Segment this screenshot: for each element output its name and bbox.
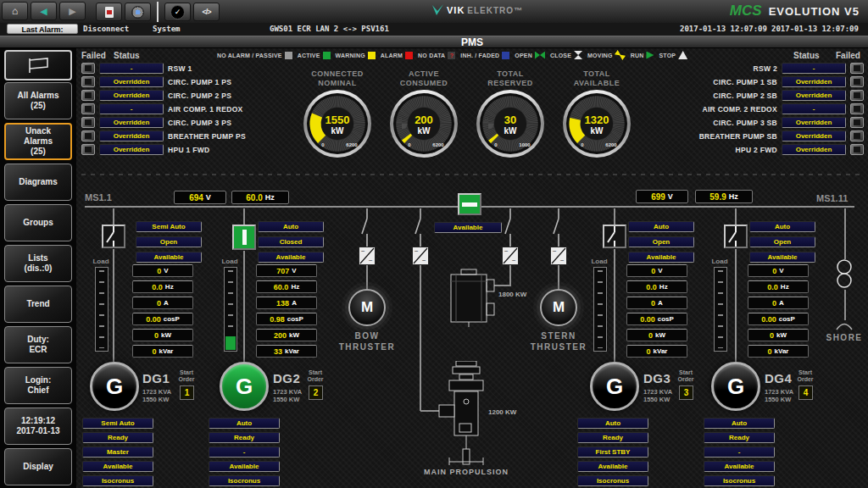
failed-checkbox[interactable] — [850, 144, 864, 155]
sidebar-item[interactable]: Login: Chief — [4, 367, 72, 404]
consumer-status-button[interactable]: Overridden — [782, 144, 846, 155]
consumer-status-button[interactable]: Overridden — [99, 90, 164, 101]
failed-checkbox[interactable] — [81, 103, 95, 114]
consumer-status-button[interactable]: - — [99, 103, 164, 114]
state-button[interactable]: Available — [209, 461, 280, 472]
bow-thruster-motor[interactable]: M — [348, 289, 386, 326]
failed-checkbox[interactable] — [81, 144, 95, 155]
bus-tie-status-button[interactable]: Available — [434, 222, 502, 233]
consumer-status-button[interactable]: - — [782, 103, 846, 114]
shore-transformer-icon[interactable] — [833, 259, 855, 290]
state-button[interactable]: Open — [628, 236, 694, 247]
failed-checkbox[interactable] — [850, 63, 864, 74]
failed-checkbox[interactable] — [850, 103, 864, 114]
dg2-generator-badge[interactable]: G — [220, 362, 269, 411]
state-button[interactable]: Ready — [82, 432, 153, 443]
failed-checkbox[interactable] — [81, 130, 95, 141]
state-button[interactable]: Auto — [258, 221, 324, 232]
failed-checkbox[interactable] — [81, 90, 95, 101]
state-button[interactable]: Auto — [628, 221, 694, 232]
sidebar-item[interactable]: Trend — [4, 286, 72, 323]
propulsion-gear-converter[interactable]: ~~ — [412, 247, 429, 265]
forward-button[interactable]: ▶ — [59, 2, 86, 20]
sidebar-item[interactable]: Unack Alarms (25) — [4, 123, 72, 160]
failed-checkbox[interactable] — [850, 90, 864, 101]
propulsion-motor-disconnect[interactable] — [504, 208, 517, 247]
failed-checkbox[interactable] — [81, 63, 95, 74]
consumer-status-button[interactable]: Overridden — [782, 117, 846, 128]
state-button[interactable]: Auto — [749, 221, 815, 232]
consumer-status-button[interactable]: Overridden — [782, 130, 846, 141]
failed-checkbox[interactable] — [850, 117, 864, 128]
state-button[interactable]: - — [704, 446, 775, 458]
stern-thruster-disconnect[interactable] — [552, 208, 565, 247]
state-button[interactable]: Available — [628, 252, 694, 263]
consumer-status-button[interactable]: Overridden — [99, 76, 164, 87]
state-button[interactable]: Ready — [577, 432, 648, 443]
state-button[interactable]: Available — [136, 252, 202, 263]
state-button[interactable]: Semi Auto — [82, 418, 153, 429]
state-button[interactable]: Available — [704, 461, 775, 472]
state-button[interactable]: Open — [136, 236, 202, 247]
consumer-status-button[interactable]: - — [99, 63, 164, 74]
dg3-breaker[interactable] — [603, 225, 626, 248]
state-button[interactable]: Auto — [209, 418, 280, 429]
state-button[interactable]: Ready — [704, 432, 775, 443]
bow-thruster-converter[interactable]: ~~ — [359, 247, 376, 265]
consumer-status-button[interactable]: - — [782, 63, 846, 74]
state-button[interactable]: Available — [749, 252, 815, 263]
home-button[interactable]: ⌂ — [2, 2, 28, 20]
consumer-status-button[interactable]: Overridden — [99, 117, 164, 128]
propulsion-motor-converter[interactable]: ~~ — [502, 247, 519, 265]
state-button[interactable]: Master — [82, 446, 153, 458]
sidebar-item[interactable]: Duty: ECR — [4, 326, 72, 363]
bus-tie-breaker[interactable] — [458, 193, 481, 215]
dg4-generator-badge[interactable]: G — [711, 362, 760, 411]
state-button[interactable]: Open — [749, 236, 815, 247]
dg3-generator-badge[interactable]: G — [590, 362, 639, 411]
state-button[interactable]: Isocronus — [577, 475, 648, 486]
state-button[interactable]: Available — [82, 461, 153, 472]
dg2-breaker[interactable] — [232, 225, 256, 250]
dg1-breaker[interactable] — [102, 225, 125, 248]
sidebar-item[interactable]: Diagrams — [4, 164, 72, 201]
consumer-status-button[interactable]: Overridden — [99, 144, 164, 155]
failed-checkbox[interactable] — [81, 117, 95, 128]
code-view-button[interactable]: </> — [193, 3, 220, 21]
state-button[interactable]: Auto — [704, 418, 775, 429]
state-button[interactable]: Available — [577, 461, 648, 472]
state-button[interactable]: Semi Auto — [136, 221, 202, 232]
bow-thruster-disconnect[interactable] — [360, 208, 374, 247]
state-button[interactable]: Available — [258, 252, 324, 263]
state-button[interactable]: First STBY — [577, 446, 648, 458]
sidebar-item[interactable]: 12:19:12 2017-01-13 — [4, 408, 72, 445]
failed-checkbox[interactable] — [850, 76, 864, 87]
sidebar-item[interactable]: Groups — [4, 204, 72, 241]
stern-thruster-converter[interactable]: ~~ — [550, 247, 567, 265]
state-button[interactable]: Auto — [577, 418, 648, 429]
state-button[interactable]: Isocronus — [209, 475, 280, 486]
last-alarm-button[interactable]: Last Alarm: — [7, 24, 78, 34]
state-button[interactable]: Isocronus — [704, 475, 775, 486]
alarm-page-button[interactable] — [4, 50, 72, 80]
sidebar-item[interactable]: Display — [4, 448, 72, 485]
consumer-status-button[interactable]: Overridden — [782, 90, 846, 101]
state-button[interactable]: Closed — [258, 236, 324, 247]
consumer-status-button[interactable]: Overridden — [782, 76, 846, 87]
report-button[interactable] — [96, 3, 122, 21]
failed-checkbox[interactable] — [81, 76, 95, 87]
back-button[interactable]: ◀ — [31, 2, 57, 20]
state-button[interactable]: Isocronus — [82, 475, 153, 486]
propulsion-gear-disconnect[interactable] — [414, 208, 427, 247]
dg4-breaker[interactable] — [724, 225, 748, 248]
state-button[interactable]: Ready — [209, 432, 280, 443]
failed-checkbox[interactable] — [850, 130, 864, 141]
sidebar-item[interactable]: All Alarms (25) — [4, 82, 72, 119]
consumer-status-button[interactable]: Overridden — [99, 130, 164, 141]
stern-thruster-motor[interactable]: M — [540, 289, 577, 326]
dg1-generator-badge[interactable]: G — [90, 362, 139, 411]
sidebar-item[interactable]: Lists (dis.:0) — [4, 245, 72, 282]
settings-button[interactable] — [125, 3, 151, 21]
acknowledge-button[interactable]: ✓ — [164, 3, 191, 21]
state-button[interactable]: - — [209, 446, 280, 458]
